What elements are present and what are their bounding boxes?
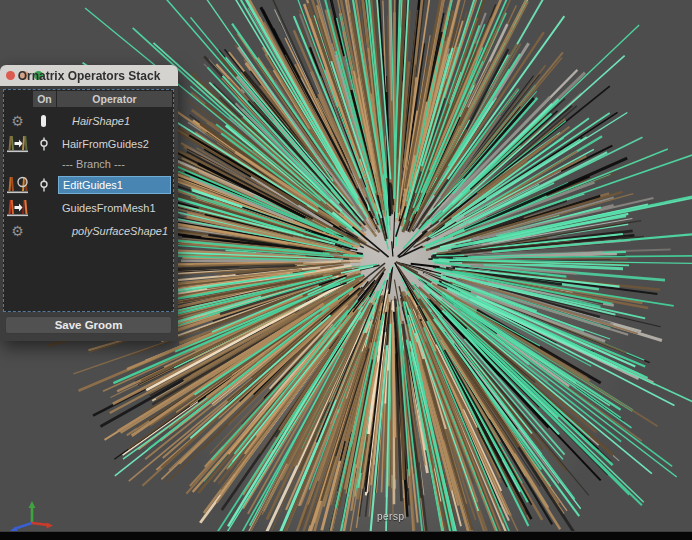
on-toggle-empty bbox=[32, 196, 55, 219]
operator-list: On Operator ⚙HairShape1HairFromGuides2--… bbox=[3, 89, 174, 312]
operator-thumbnail-icon bbox=[4, 173, 31, 196]
minimize-button[interactable] bbox=[20, 71, 29, 80]
operator-row-hairshape1[interactable]: ⚙HairShape1 bbox=[4, 109, 173, 132]
operator-name-label: EditGuides1 bbox=[58, 176, 171, 194]
operator-name-label: polySurfaceShape1 bbox=[68, 223, 172, 239]
empty-icon-cell bbox=[4, 155, 31, 173]
save-groom-button[interactable]: Save Groom bbox=[5, 316, 172, 334]
panel-body: On Operator ⚙HairShape1HairFromGuides2--… bbox=[0, 86, 178, 341]
on-toggle-capsule-icon[interactable] bbox=[32, 109, 55, 132]
gear-icon: ⚙ bbox=[4, 109, 31, 132]
operator-name-label: HairShape1 bbox=[68, 113, 134, 129]
operator-name-cell: HairShape1 bbox=[56, 109, 173, 132]
maximize-button[interactable] bbox=[34, 71, 43, 80]
operator-name-cell: --- Branch --- bbox=[56, 155, 173, 173]
ornatrix-operators-stack-window: Ornatrix Operators Stack On Operator ⚙Ha… bbox=[0, 65, 178, 341]
viewport-bottom-bar bbox=[0, 531, 692, 540]
on-toggle-empty bbox=[32, 155, 55, 173]
on-toggle-pin-icon[interactable] bbox=[32, 173, 55, 196]
operator-row-hairfromguides2[interactable]: HairFromGuides2 bbox=[4, 132, 173, 155]
operator-name-label: HairFromGuides2 bbox=[58, 136, 153, 152]
operator-name-cell: EditGuides1 bbox=[56, 173, 173, 196]
list-header: On Operator bbox=[5, 91, 172, 107]
operator-thumbnail-icon bbox=[4, 132, 31, 155]
operator-name-label: GuidesFromMesh1 bbox=[58, 200, 160, 216]
operator-name-label: --- Branch --- bbox=[58, 156, 129, 172]
operator-row-guidesfrommesh1[interactable]: GuidesFromMesh1 bbox=[4, 196, 173, 219]
operator-row-editguides1[interactable]: EditGuides1 bbox=[4, 173, 173, 196]
column-header-operator[interactable]: Operator bbox=[57, 91, 172, 107]
camera-name-label: persp bbox=[377, 511, 405, 522]
operator-rows: ⚙HairShape1HairFromGuides2--- Branch ---… bbox=[4, 109, 173, 242]
on-toggle-pin-icon[interactable] bbox=[32, 132, 55, 155]
on-toggle-empty bbox=[32, 219, 55, 242]
maya-viewport-stage: persp Ornatrix Operators Stack On Operat… bbox=[0, 0, 692, 540]
operator-row-polysurfaceshape1[interactable]: ⚙polySurfaceShape1 bbox=[4, 219, 173, 242]
column-header-icon bbox=[5, 91, 32, 107]
capsule-icon bbox=[41, 115, 46, 127]
gear-icon: ⚙ bbox=[4, 219, 31, 242]
operator-row-branch[interactable]: --- Branch --- bbox=[4, 155, 173, 173]
operator-name-cell: polySurfaceShape1 bbox=[56, 219, 173, 242]
window-titlebar[interactable]: Ornatrix Operators Stack bbox=[0, 65, 178, 86]
gear-icon: ⚙ bbox=[11, 224, 24, 238]
close-button[interactable] bbox=[6, 71, 15, 80]
operator-thumbnail-icon bbox=[4, 196, 31, 219]
column-header-on[interactable]: On bbox=[33, 91, 56, 107]
operator-name-cell: GuidesFromMesh1 bbox=[56, 196, 173, 219]
operator-name-cell: HairFromGuides2 bbox=[56, 132, 173, 155]
gear-icon: ⚙ bbox=[11, 114, 24, 128]
